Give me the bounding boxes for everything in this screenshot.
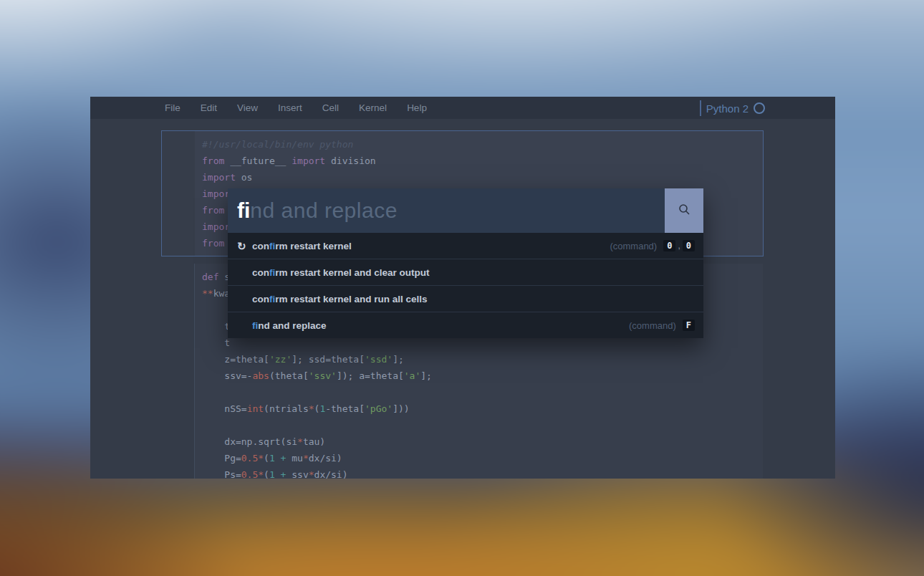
search-icon [678, 203, 691, 219]
restart-icon: ↻ [237, 241, 252, 251]
code-line: #!/usr/local/bin/env python [202, 136, 756, 153]
code-line: z=theta['zz']; ssd=theta['ssd']; [202, 351, 756, 368]
code-line: import os [202, 169, 756, 186]
result-label: find and replace [252, 320, 629, 331]
code-line [202, 417, 756, 433]
palette-result-row[interactable]: confirm restart kernel and clear output [228, 259, 703, 285]
shortcut-key-badge: 0 [683, 240, 695, 251]
code-line: nSS=int(ntrials*(1-theta['pGo'])) [202, 400, 756, 417]
menu-view[interactable]: View [237, 102, 258, 113]
palette-result-row[interactable]: find and replace(command)F [228, 312, 703, 338]
command-palette-results: ↻confirm restart kernel(command)0,0confi… [228, 233, 703, 338]
menu-insert[interactable]: Insert [278, 102, 302, 113]
palette-result-row[interactable]: confirm restart kernel and run all cells [228, 285, 703, 312]
result-type-label: (command) [629, 320, 676, 331]
code-line: dx=np.sqrt(si*tau) [202, 433, 756, 450]
kernel-separator [700, 100, 701, 116]
input-typed-text: fi [237, 198, 250, 223]
kernel-name: Python 2 [706, 102, 749, 115]
code-line [202, 384, 756, 400]
jupyter-notebook-window: FileEditViewInsertCellKernelHelp Python … [90, 97, 835, 479]
code-line: from __future__ import division [202, 153, 756, 169]
code-line: Pg=0.5*(1 + mu*dx/si) [202, 450, 756, 466]
cell-prompt-area [161, 264, 194, 479]
result-label: confirm restart kernel and clear output [252, 267, 695, 278]
palette-result-row[interactable]: ↻confirm restart kernel(command)0,0 [228, 233, 703, 259]
result-label: confirm restart kernel and run all cells [252, 294, 695, 304]
shortcut-key-badge: F [683, 320, 695, 331]
menu-kernel[interactable]: Kernel [359, 102, 387, 113]
kernel-indicator: Python 2 [700, 100, 765, 117]
command-palette-input[interactable]: fi nd and replace [228, 188, 703, 233]
menu-file[interactable]: File [165, 102, 181, 113]
code-line: Ps=0.5*(1 + ssv*dx/si) [202, 466, 756, 479]
kernel-idle-icon [754, 102, 765, 114]
menu-cell[interactable]: Cell [322, 102, 339, 113]
menu-help[interactable]: Help [407, 102, 427, 113]
cell-prompt-area [162, 131, 195, 256]
shortcut-key-badge: 0 [663, 240, 675, 251]
search-button[interactable] [665, 188, 703, 233]
input-ghost-completion: nd and replace [250, 198, 398, 223]
command-palette: fi nd and replace ↻confirm restart kerne… [228, 188, 703, 338]
key-separator: , [678, 241, 680, 251]
menu-edit[interactable]: Edit [201, 102, 217, 113]
result-type-label: (command) [610, 241, 657, 251]
code-line: ssv=-abs(theta['ssv']); a=theta['a']; [202, 368, 756, 384]
menubar-items: FileEditViewInsertCellKernelHelp [165, 102, 427, 113]
result-label: confirm restart kernel [252, 241, 610, 251]
